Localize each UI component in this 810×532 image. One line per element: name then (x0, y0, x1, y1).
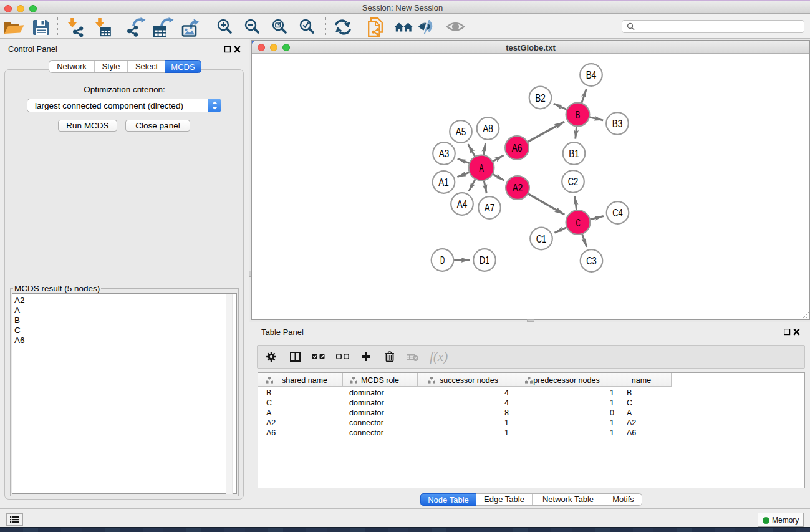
svg-text:B: B (576, 109, 580, 120)
svg-text:D1: D1 (480, 254, 490, 266)
svg-text:A1: A1 (438, 177, 449, 188)
svg-text:B4: B4 (586, 69, 597, 80)
svg-text:B1: B1 (569, 148, 579, 159)
svg-text:C1: C1 (536, 233, 547, 244)
svg-text:A4: A4 (457, 198, 468, 210)
svg-text:A6: A6 (512, 142, 523, 153)
svg-text:A2: A2 (513, 182, 523, 193)
svg-text:A5: A5 (456, 126, 466, 137)
svg-text:C3: C3 (586, 255, 597, 266)
svg-text:A8: A8 (483, 123, 493, 134)
svg-text:A7: A7 (485, 202, 495, 213)
svg-text:B2: B2 (535, 92, 546, 104)
svg-text:B3: B3 (612, 118, 623, 129)
svg-text:A: A (479, 162, 483, 173)
svg-text:A3: A3 (439, 148, 450, 159)
svg-text:C2: C2 (568, 176, 579, 187)
svg-text:C: C (576, 217, 580, 228)
svg-text:C4: C4 (612, 207, 623, 218)
svg-text:D: D (440, 254, 445, 266)
